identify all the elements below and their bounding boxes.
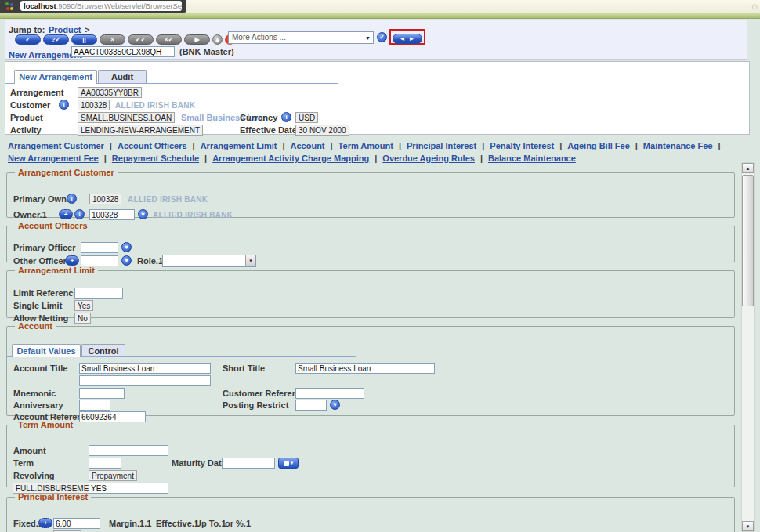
tab-control[interactable]: Control	[81, 344, 125, 356]
browser-toolbar-strip	[0, 13, 760, 19]
account-title-2-input[interactable]	[79, 375, 211, 386]
link-separator: |	[193, 141, 195, 150]
currency-info-icon[interactable]: i	[281, 112, 291, 122]
link-new-arrangement-fee[interactable]: New Arrangement Fee	[8, 154, 99, 163]
verify-button[interactable]: ✓✓	[128, 34, 154, 45]
reverse-button[interactable]: ×✓	[156, 34, 182, 45]
link-maintenance-fee[interactable]: Maintenance Fee	[643, 141, 713, 150]
arrangement-label: Arrangement	[10, 88, 63, 97]
section-account-officers: Account Officers Primary Officer ▾ Other…	[6, 221, 735, 262]
link-penalty-interest[interactable]: Penalty Interest	[490, 141, 554, 150]
posting-restrict-expand-icon[interactable]: ▾	[330, 400, 340, 410]
link-arrangement-limit[interactable]: Arrangement Limit	[201, 141, 277, 150]
owner1-input[interactable]	[89, 209, 135, 220]
effective-label: Effective.1	[156, 519, 199, 528]
more-actions-caret-icon: ▼	[365, 33, 371, 44]
maturity-date-input[interactable]	[222, 458, 275, 469]
other-officer-expand-icon[interactable]: ▾	[121, 255, 132, 266]
currency-value: USD	[295, 112, 318, 123]
section-links-row1: Arrangement Customer|Account Officers|Ar…	[8, 141, 726, 150]
limit-reference-label: Limit Reference	[13, 288, 78, 298]
delete-button[interactable]: ×	[100, 34, 125, 45]
vertical-scrollbar[interactable]: ▲ ▼	[741, 162, 755, 532]
section-title: Arrangement Customer	[15, 168, 118, 177]
product-label: Product	[10, 113, 43, 122]
maturity-date-label: Maturity Date	[172, 458, 226, 468]
other-officer-add-icon[interactable]: +	[65, 255, 79, 266]
term-input[interactable]	[89, 458, 121, 469]
product-value: SMALL.BUSINESS.LOAN	[78, 112, 175, 123]
tab-audit[interactable]: Audit	[98, 70, 147, 83]
link-arrangement-customer[interactable]: Arrangement Customer	[8, 141, 104, 150]
browser-tab[interactable]: localhost:9090/BrowserWeb/servlet/Browse…	[0, 0, 186, 13]
effective-date-value: 30 NOV 2000	[295, 125, 349, 136]
hold-button[interactable]: ||	[71, 34, 97, 45]
forward-button[interactable]: ▶	[184, 34, 210, 45]
primary-owner-value: 100328	[89, 194, 121, 204]
link-separator: |	[399, 141, 401, 150]
other-officer-input[interactable]	[81, 255, 118, 266]
limit-reference-input[interactable]	[74, 288, 123, 299]
customer-value: 100328	[78, 100, 110, 110]
home-icon[interactable]: ⌂	[751, 0, 758, 12]
scroll-down-button[interactable]: ▼	[742, 521, 754, 531]
posting-restrict-input[interactable]	[295, 400, 327, 411]
more-actions-dropdown[interactable]: More Actions ... ▼	[228, 31, 374, 44]
primary-officer-input[interactable]	[81, 242, 118, 253]
calendar-icon[interactable]: ▾	[278, 458, 299, 469]
owner1-expand-icon[interactable]: ▾	[138, 209, 148, 219]
link-separator: |	[104, 154, 107, 163]
link-overdue-ageing-rules[interactable]: Overdue Ageing Rules	[382, 154, 475, 163]
favicon-icon	[5, 2, 13, 10]
owner1-info-icon[interactable]: i	[74, 209, 85, 219]
customer-info-icon[interactable]: i	[59, 100, 69, 110]
link-term-amount[interactable]: Term Amount	[338, 141, 393, 150]
commit-button[interactable]: ✓	[15, 34, 41, 45]
primary-owner-info-icon[interactable]: i	[67, 194, 77, 204]
primary-owner-name: ALLIED IRISH BANK	[128, 195, 208, 204]
section-arrangement-customer: Arrangement Customer Primary Owner i 100…	[6, 168, 735, 218]
link-balance-maintenance[interactable]: Balance Maintenance	[488, 154, 576, 163]
link-repayment-schedule[interactable]: Repayment Schedule	[112, 154, 199, 163]
link-account-officers[interactable]: Account Officers	[118, 141, 187, 150]
link-principal-interest[interactable]: Principal Interest	[407, 141, 476, 150]
customer-label: Customer	[10, 100, 50, 110]
customer-reference-input[interactable]	[295, 388, 364, 399]
validate-button[interactable]: ?✓	[43, 34, 69, 45]
link-account[interactable]: Account	[291, 141, 325, 150]
browser-tab-strip: ⌂ localhost:9090/BrowserWeb/servlet/Brow…	[0, 0, 760, 13]
primary-officer-expand-icon[interactable]: ▾	[121, 242, 132, 252]
section-title: Principal Interest	[15, 492, 91, 501]
section-account: Account Default Values Control Account T…	[6, 321, 735, 416]
scroll-up-button[interactable]: ▲	[742, 163, 754, 173]
section-title: Account Officers	[15, 221, 91, 230]
fixed-add-icon[interactable]: +	[38, 518, 52, 528]
role-select-caret-icon[interactable]: ▼	[245, 255, 255, 266]
account-title-input[interactable]	[79, 363, 211, 374]
amount-input[interactable]	[89, 445, 168, 456]
scrollbar-thumb[interactable]	[742, 175, 754, 306]
short-title-input[interactable]	[295, 363, 435, 374]
prev-next-button[interactable]: ◄ ►	[393, 34, 422, 44]
fixed-rate-input[interactable]	[53, 518, 100, 529]
url-text[interactable]: localhost:9090/BrowserWeb/servlet/Browse…	[20, 1, 182, 11]
link-arrangement-activity-charge-mapping[interactable]: Arrangement Activity Charge Mapping	[212, 154, 369, 163]
section-principal-interest: Principal Interest Fixed.1 + Margin.1.1 …	[6, 492, 735, 532]
owner1-add-icon[interactable]: +	[59, 209, 73, 219]
t24-browser-screen: ⌂ localhost:9090/BrowserWeb/servlet/Brow…	[0, 0, 760, 532]
command-panel: Jump to: Product > ✓?✓||×✓✓×✓▶▲ More Act…	[5, 20, 747, 60]
anniversary-input[interactable]	[79, 400, 110, 411]
record-id-input[interactable]	[71, 46, 175, 57]
upload-icon[interactable]: ▲	[212, 34, 223, 45]
orpct-label: or %.1	[225, 519, 251, 528]
link-ageing-bill-fee[interactable]: Ageing Bill Fee	[567, 141, 629, 150]
mnemonic-input[interactable]	[79, 388, 125, 399]
tab-default-values[interactable]: Default Values	[12, 344, 81, 357]
anniversary-label: Anniversary	[13, 400, 63, 410]
tab-new-arrangement[interactable]: New Arrangement	[14, 70, 97, 84]
currency-label: Currency	[240, 113, 277, 122]
confirm-icon[interactable]: ✓	[377, 32, 387, 42]
section-links-row2: New Arrangement Fee|Repayment Schedule|A…	[8, 154, 576, 163]
posting-restrict-label: Posting Restrict	[223, 400, 288, 410]
link-separator: |	[482, 141, 484, 150]
